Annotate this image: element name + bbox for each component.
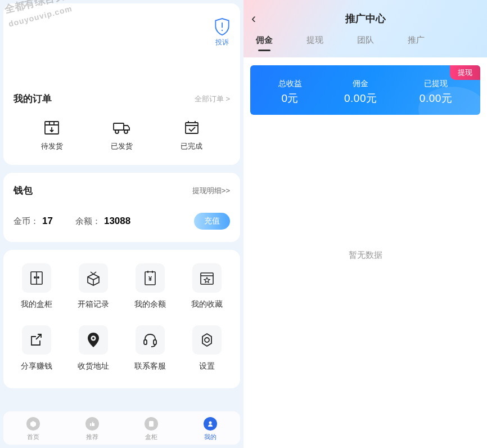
grid-share-earn[interactable]: 分享赚钱 [8,325,65,371]
grid-label: 分享赚钱 [8,361,65,371]
complaint-button[interactable]: 投诉 [214,17,230,47]
grid-my-box[interactable]: 我的盒柜 [8,263,65,310]
promotion-header: ‹ 推广中心 佣金 提现 团队 推广 [244,0,487,57]
svg-marker-19 [202,334,211,346]
location-pin-icon [87,331,100,348]
star-box-icon [199,270,215,286]
svg-rect-17 [144,340,147,344]
share-icon [29,332,44,348]
wallet-title: 钱包 [13,184,33,197]
svg-rect-3 [114,123,124,130]
tab-box[interactable]: 盒柜 [122,417,181,441]
grid-my-balance[interactable]: ¥ 我的余额 [122,263,179,310]
orders-title: 我的订单 [13,92,52,105]
grid-label: 开箱记录 [65,299,121,310]
svg-point-10 [37,277,38,278]
wallet-card: 钱包 提现明细>> 金币：17 余额：13088 充值 [3,173,240,242]
order-label: 待发货 [17,141,87,151]
all-orders-link[interactable]: 全部订单 > [195,94,230,104]
recharge-button[interactable]: 充值 [194,213,230,230]
empty-state: 暂无数据 [244,250,487,261]
cube-icon [26,417,40,431]
back-button[interactable]: ‹ [251,11,256,26]
grid-label: 收货地址 [65,361,121,371]
gear-icon [199,332,215,348]
svg-point-4 [115,130,119,133]
thumb-icon [85,417,99,431]
withdrawn: 已提现 0.00元 [420,79,452,106]
headset-icon [142,332,158,348]
yen-receipt-icon: ¥ [143,270,157,286]
grid-open-record[interactable]: 开箱记录 [65,263,121,310]
order-pending-ship[interactable]: 待发货 [17,120,87,151]
svg-text:¥: ¥ [148,275,152,282]
bottom-tabbar: 首页 推荐 盒柜 我的 [3,411,240,445]
tab-home[interactable]: 首页 [3,417,62,441]
svg-rect-18 [154,340,156,344]
truck-icon [87,120,156,136]
withdraw-button[interactable]: 提现 [450,65,480,80]
earnings-banner: 提现 总收益 0元 佣金 0.00元 已提现 0.00元 [250,65,480,115]
tab-withdraw[interactable]: 提现 [306,35,323,51]
grid-favorites[interactable]: 我的收藏 [179,263,236,310]
box-icon [145,417,158,431]
svg-point-22 [209,422,212,424]
grid-label: 设置 [179,361,236,371]
svg-rect-21 [149,421,154,427]
grid-support[interactable]: 联系客服 [122,325,179,371]
grid-label: 我的盒柜 [8,299,65,310]
grid-label: 我的余额 [122,299,179,310]
order-complete[interactable]: 已完成 [157,120,227,151]
withdraw-detail-link[interactable]: 提现明细>> [192,186,230,196]
function-grid: 我的盒柜 开箱记录 ¥ 我的余额 我的收藏 分享赚钱 [3,250,240,388]
package-down-icon [17,120,87,136]
svg-point-9 [34,277,35,278]
order-label: 已完成 [157,141,227,151]
svg-rect-6 [186,123,198,133]
order-card: 投诉 我的订单 全部订单 > 待发货 已发货 [3,3,240,165]
svg-point-20 [205,338,209,342]
tab-team[interactable]: 团队 [357,35,374,51]
svg-point-16 [92,337,94,339]
order-shipped[interactable]: 已发货 [87,120,156,151]
cabinet-icon [29,270,44,286]
open-box-icon [85,270,102,286]
order-label: 已发货 [87,141,156,151]
grid-settings[interactable]: 设置 [179,325,236,371]
grid-address[interactable]: 收货地址 [65,325,121,371]
total-earnings: 总收益 0元 [278,79,302,106]
money-balance: 余额：13088 [75,216,130,227]
tab-promote[interactable]: 推广 [408,35,425,51]
tab-mine[interactable]: 我的 [181,417,240,441]
svg-point-1 [222,30,223,31]
grid-label: 联系客服 [122,361,179,371]
commission: 佣金 0.00元 [344,79,377,106]
svg-rect-13 [201,273,213,284]
page-title: 推广中心 [345,12,386,25]
person-icon [204,417,217,431]
shield-alert-icon [214,17,230,36]
grid-label: 我的收藏 [179,299,236,310]
coin-balance: 金币：17 [13,216,53,227]
check-box-icon [157,120,227,136]
tab-recommend[interactable]: 推荐 [62,417,121,441]
tab-commission[interactable]: 佣金 [256,35,273,51]
svg-point-5 [124,130,128,133]
